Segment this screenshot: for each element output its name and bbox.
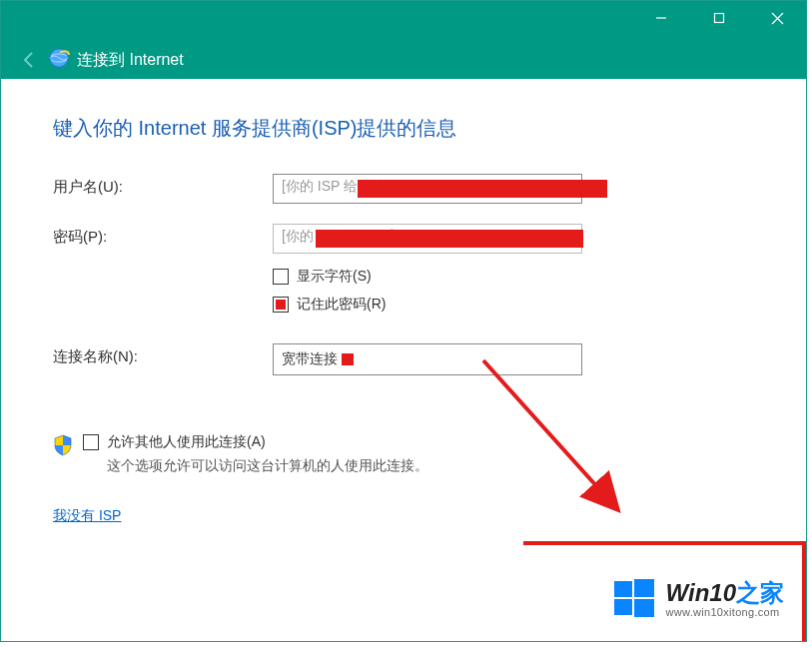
- show-chars-checkbox[interactable]: [273, 269, 289, 285]
- window-controls: [632, 1, 806, 35]
- watermark-url: www.win10xitong.com: [666, 606, 784, 618]
- dialog-window: 连接到 Internet 键入你的 Internet 服务提供商(ISP)提供的…: [0, 0, 807, 642]
- remember-password-label: 记住此密码(R): [297, 296, 386, 314]
- back-arrow-icon[interactable]: [20, 51, 38, 74]
- allow-others-description: 这个选项允许可以访问这台计算机的人使用此连接。: [107, 457, 428, 475]
- allow-others-checkbox[interactable]: [83, 434, 99, 450]
- close-button[interactable]: [748, 1, 806, 35]
- page-heading: 键入你的 Internet 服务提供商(ISP)提供的信息: [53, 115, 754, 142]
- show-chars-label: 显示字符(S): [297, 268, 372, 286]
- svg-rect-8: [614, 581, 632, 597]
- minimize-button[interactable]: [632, 1, 690, 35]
- maximize-button[interactable]: [690, 1, 748, 35]
- shield-icon: [53, 434, 73, 456]
- password-row: 密码(P): [你的 ISP 给你的密码]: [53, 224, 754, 254]
- svg-rect-11: [634, 599, 654, 617]
- connection-name-input[interactable]: 宽带连接: [273, 343, 582, 375]
- connection-name-row: 连接名称(N): 宽带连接: [53, 343, 754, 375]
- svg-rect-10: [614, 599, 632, 615]
- redaction-bar: [316, 230, 583, 248]
- allow-others-label: 允许其他人使用此连接(A): [107, 433, 266, 451]
- checkbox-group: 显示字符(S) 记住此密码(R): [53, 268, 754, 324]
- watermark-brand: Win10之家: [666, 580, 784, 606]
- allow-others-section: 允许其他人使用此连接(A) 这个选项允许可以访问这台计算机的人使用此连接。: [53, 433, 754, 475]
- username-label: 用户名(U):: [53, 174, 273, 197]
- internet-globe-icon: [47, 46, 71, 70]
- redaction-bar: [358, 180, 607, 198]
- no-isp-link[interactable]: 我没有 ISP: [53, 507, 121, 525]
- cursor-marker: [342, 353, 354, 365]
- connection-name-label: 连接名称(N):: [53, 343, 273, 366]
- show-chars-row: 显示字符(S): [273, 268, 754, 286]
- windows-logo-icon: [612, 577, 656, 621]
- password-label: 密码(P):: [53, 224, 273, 247]
- svg-rect-9: [634, 579, 654, 597]
- connection-name-value: 宽带连接: [282, 350, 338, 368]
- watermark: Win10之家 www.win10xitong.com: [612, 577, 784, 621]
- remember-password-row: 记住此密码(R): [273, 296, 754, 314]
- username-row: 用户名(U): [你的 ISP 给你的名称]: [53, 174, 754, 204]
- titlebar: 连接到 Internet: [1, 1, 806, 79]
- remember-password-checkbox[interactable]: [273, 297, 289, 313]
- dialog-content: 键入你的 Internet 服务提供商(ISP)提供的信息 用户名(U): [你…: [1, 79, 806, 545]
- svg-rect-1: [715, 14, 724, 23]
- dialog-title: 连接到 Internet: [77, 50, 184, 71]
